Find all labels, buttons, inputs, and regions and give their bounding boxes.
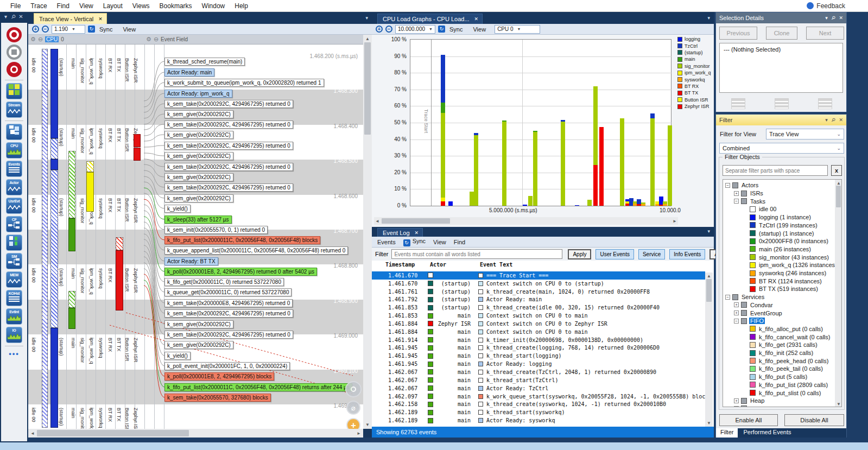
zoom-level-combo[interactable]: 1.190 ▼ [52,25,85,34]
close-icon[interactable]: ✕ [415,230,419,236]
trace-event[interactable]: k_sem_give(0x2000292C) [164,341,233,349]
tree-item-ISRs[interactable]: +ISRs [723,189,842,198]
actor-graph-icon[interactable]: Actor [6,179,22,195]
menu-window[interactable]: Window [197,1,230,11]
interval-details-icon[interactable] [731,98,745,109]
tree-item-idle[interactable]: idle 00 [723,205,842,213]
snapshot-camera-icon[interactable] [7,62,22,77]
log-menu-view[interactable]: View [433,239,446,245]
sync-button[interactable]: Sync [98,26,114,33]
tree-item-BT[interactable]: BT TX (519 instances) [723,285,842,293]
trace-event[interactable]: k_fifo_put_list(0x2000011C, 0x20056F48, … [164,383,352,391]
view-menu[interactable]: View [121,26,137,33]
event-filter-input[interactable] [391,249,562,259]
scroll-up-icon[interactable]: ▲ [365,36,370,41]
tree-item-k_fifo_put_slist[interactable]: k_fifo_put_slist (0 calls) [723,389,842,397]
filter-view-select[interactable]: Trace View ⌄ [766,129,844,140]
log-menu-events[interactable]: Events [377,239,396,245]
scroll-thumb[interactable] [836,186,841,207]
log-row[interactable]: 1.461.853(startup)k_thread_create(idle 0… [372,303,705,312]
log-row[interactable]: 1.461.792(startup)Actor Ready: main [372,296,705,304]
kernel-object-history-icon[interactable]: KOHst [6,290,22,306]
tree-item-k_fifo_init[interactable]: k_fifo_init (252 calls) [723,349,842,357]
menu-bookmarks[interactable]: Bookmarks [155,1,197,11]
filter-mode-select[interactable]: Combined ⌄ [719,143,844,154]
scroll-thumb[interactable] [364,42,371,135]
trace-event[interactable]: Actor Ready: main [164,68,214,77]
tree-item-k_fifo_alloc_put[interactable]: k_fifo_alloc_put (0 calls) [723,325,842,333]
add-view-button[interactable]: + [346,418,360,429]
pin-icon[interactable]: ⚲ [9,13,17,21]
filter-search-input[interactable] [723,165,828,176]
tree-item-sig_monitor[interactable]: sig_monitor (43 instances) [723,253,842,261]
log-row[interactable]: 1.462.158maink_thread_create(sysworkq, 1… [372,400,705,408]
scroll-right-icon[interactable]: ► [673,219,677,224]
tree-vscrollbar[interactable]: ▲▼ [835,180,842,407]
log-row[interactable]: 1.462.067mainActor Ready: TzCtrl [372,384,705,392]
trace-event[interactable]: k_sem_init(0x20055570, 0, 1) returned 0 [164,226,268,234]
trace-event[interactable]: k_poll(0x200001E8, 2, 4294967295) return… [164,268,317,276]
log-row[interactable]: 1.461.670(startup)Context switch on CPU … [372,280,705,288]
chevron-down-icon[interactable]: ▾ [825,15,828,21]
log-row[interactable]: 1.461.914maink_timer_init(0x20000698, 0x… [372,336,705,344]
expand-icon[interactable]: + [734,398,739,403]
collapse-icon[interactable]: ⊖ [154,36,159,43]
close-icon[interactable]: ✕ [839,117,843,123]
trace-event[interactable]: k_fifo_get(0x2000011C, 0) returned 53722… [164,278,284,286]
scroll-right-icon[interactable]: ► [357,431,361,436]
tree-item-0x20000FF8[interactable]: 0x20000FF8 (0 instances) [723,237,842,245]
tree-item-EventGroup[interactable]: +EventGroup [723,309,842,317]
trace-event[interactable]: k_sem_take(0x2000292C, 4294967295) retur… [164,142,293,150]
menu-file[interactable]: File [5,1,26,11]
trace-event[interactable]: k_sem_give(0x2000292C) [164,194,233,202]
trace-event[interactable]: k_poll_event_init(0x200001FC, 1, 0, 0x20… [164,362,290,370]
scroll-up-icon[interactable]: ▲ [837,181,841,186]
chevron-down-icon[interactable]: ▾ [707,15,710,21]
scroll-thumb[interactable] [706,279,712,302]
clone-button[interactable]: Clone [766,27,797,40]
log-row[interactable]: 1.461.945maink_thread_create(logging, 76… [372,344,705,352]
trace-event[interactable]: k_sem_give(0x2000292C) [164,110,233,118]
trace-event[interactable]: k_sem_take(0x2000292C, 4294967295) retur… [164,331,293,339]
trace-event[interactable]: k_sem_take(0x20055570, 327680) blocks [164,394,271,402]
trace-blocks-icon[interactable] [6,234,22,251]
tab-event-log[interactable]: Event Log ✕ [377,228,423,237]
menu-help[interactable]: Help [230,1,253,11]
scroll-left-icon[interactable]: ◄ [375,219,379,224]
tree-item-k_fifo_peek_tail[interactable]: k_fifo_peek_tail (0 calls) [723,365,842,373]
trace-event[interactable]: k_sleep(33) after 5127 µs [164,216,232,224]
log-column-header[interactable]: Timestamp [385,262,415,268]
expand-icon[interactable]: + [734,406,739,407]
chevron-down-icon[interactable]: ▾ [825,117,828,123]
tree-item-Tasks[interactable]: −Tasks [723,197,842,205]
nav-wheel-button[interactable] [345,381,362,397]
zoom-in-icon[interactable]: + [32,26,39,33]
tree-item-sysworkq[interactable]: sysworkq (246 instances) [723,269,842,277]
tree-item-main[interactable]: main (26 instances) [723,245,842,253]
tree-item-Services[interactable]: −Services [723,293,842,301]
close-icon[interactable]: ✕ [98,16,103,22]
log-row[interactable]: 1.461.853mainContext switch on CPU 0 to … [372,312,705,320]
trace-event[interactable]: k_sem_take(0x2000292C, 4294967295) retur… [164,163,293,171]
tab-performed-events[interactable]: Performed Events [738,428,796,438]
log-vscrollbar[interactable]: ▲ ▼ [705,272,713,427]
gear-icon[interactable]: ⚙ [30,36,36,43]
chevron-down-icon[interactable]: ▾ [707,229,710,234]
scroll-left-icon[interactable]: ◄ [30,431,35,436]
trace-event[interactable]: k_queue_get(0x2000011C, 0) returned 5372… [164,288,292,296]
tree-item-logging[interactable]: logging (1 instance) [723,213,842,221]
trace-event[interactable]: k_fifo_put_list(0x2000011C, 0x20056F48, … [164,236,320,244]
cpu-load-graph-icon[interactable]: CPU [6,142,22,159]
scroll-thumb[interactable] [382,218,450,224]
event-log-icon[interactable]: Events [6,161,22,177]
tree-item-k_fifo_get[interactable]: k_fifo_get (2931 calls) [723,341,842,349]
expand-icon[interactable]: − [725,295,730,300]
pin-icon[interactable]: ⚲ [830,15,837,21]
trace-event[interactable]: k_sem_take(0x2000292C, 4294967295) retur… [164,183,293,192]
log-row[interactable]: 1.462.067maink_thread_start(TzCtrl) [372,376,705,384]
trace-view-icon[interactable] [6,124,22,140]
scroll-up-icon[interactable]: ▲ [707,274,711,278]
trace-view-canvas[interactable]: ⚙⊖CPU0⚙⊖Event Fieldidle 00(startup)mains… [28,35,363,429]
tree-item-k_fifo_peek_head[interactable]: k_fifo_peek_head (0 calls) [723,357,842,365]
tree-item--startup-[interactable]: (startup) (1 instance) [723,229,842,237]
